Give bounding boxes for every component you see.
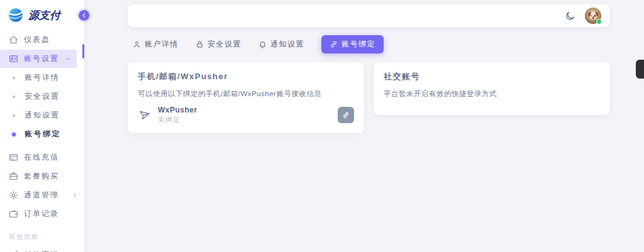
dashboard-icon bbox=[9, 35, 18, 45]
bullet-dot-icon bbox=[9, 114, 18, 117]
sidebar-item-label: 通道管理 bbox=[24, 190, 59, 200]
bullet-dot-icon bbox=[9, 133, 18, 136]
sidebar-item-channel-management[interactable]: 通道管理 bbox=[0, 186, 84, 204]
sidebar-item-label: 套餐购买 bbox=[24, 171, 59, 182]
sidebar-item-api-keys[interactable]: 对接密钥 bbox=[0, 246, 84, 252]
binding-card-description: 可以使用以下绑定的手机/邮箱/WxPusher账号接收信息 bbox=[138, 89, 354, 99]
sidebar-section-label: 其他功能 bbox=[0, 224, 84, 245]
binding-card-title: 手机/邮箱/WxPusher bbox=[138, 71, 354, 82]
credit-card-icon bbox=[9, 153, 18, 162]
social-card-description: 平台暂未开启有效的快捷登录方式 bbox=[384, 89, 600, 99]
brand-name: 源支付 bbox=[28, 8, 60, 23]
settings-tabs: 账户详情 安全设置 通知设置 账号绑定 bbox=[128, 35, 610, 53]
user-avatar[interactable]: 🐶 bbox=[585, 8, 601, 24]
bullet-dot-icon bbox=[9, 77, 18, 79]
sidebar-subitem-label: 安全设置 bbox=[25, 91, 60, 102]
sidebar-item-order-records[interactable]: 订单记录 bbox=[0, 205, 84, 223]
sidebar-subitem-notification-settings[interactable]: 通知设置 bbox=[0, 106, 84, 124]
sidebar-nav: 仪表盘 账号设置 账号详情 安全设置 通知设置 账号绑定 bbox=[0, 29, 84, 252]
lock-icon bbox=[196, 40, 204, 48]
main-content: 🐶 账户详情 安全设置 通知设置 账号绑定 bbox=[84, 0, 644, 252]
bell-icon bbox=[258, 40, 267, 48]
moon-icon bbox=[565, 11, 575, 21]
sidebar: 源支付 仪表盘 账号设置 账号详情 安全设置 通知设 bbox=[0, 0, 84, 252]
active-menu-indicator bbox=[82, 44, 84, 58]
bullet-dot-icon bbox=[9, 96, 18, 98]
sidebar-subitem-account-binding[interactable]: 账号绑定 bbox=[0, 125, 84, 143]
sidebar-item-account-settings[interactable]: 账号设置 bbox=[0, 50, 77, 68]
sidebar-subitem-label: 账号绑定 bbox=[25, 129, 61, 140]
tab-label: 通知设置 bbox=[270, 39, 304, 50]
online-status-dot bbox=[596, 19, 602, 25]
sidebar-subitem-security-settings[interactable]: 安全设置 bbox=[0, 87, 84, 106]
tab-label: 安全设置 bbox=[208, 39, 242, 50]
sidebar-collapse-button[interactable] bbox=[79, 10, 89, 21]
sidebar-subitem-label: 通知设置 bbox=[25, 110, 60, 121]
sidebar-subitem-label: 账号详情 bbox=[25, 72, 60, 83]
chevron-right-icon bbox=[72, 192, 78, 199]
tab-security-settings[interactable]: 安全设置 bbox=[196, 39, 242, 50]
wallet-icon bbox=[9, 209, 18, 219]
top-header-bar: 🐶 bbox=[128, 4, 610, 27]
user-icon bbox=[133, 40, 141, 48]
cards-row: 手机/邮箱/WxPusher 可以使用以下绑定的手机/邮箱/WxPusher账号… bbox=[128, 62, 610, 133]
provider-status: 未绑定 bbox=[158, 116, 197, 124]
dark-mode-toggle[interactable] bbox=[565, 11, 575, 21]
sidebar-item-label: 账号设置 bbox=[24, 53, 59, 64]
tab-label: 账户详情 bbox=[145, 39, 179, 50]
id-card-icon bbox=[9, 54, 18, 63]
sidebar-item-online-recharge[interactable]: 在线充值 bbox=[0, 148, 84, 167]
sidebar-item-label: 对接密钥 bbox=[24, 249, 59, 252]
social-card-title: 社交账号 bbox=[384, 71, 600, 82]
provider-texts: WxPusher 未绑定 bbox=[158, 106, 197, 124]
briefcase-icon bbox=[9, 172, 18, 181]
gear-icon bbox=[9, 190, 18, 200]
settings-drawer-handle[interactable] bbox=[636, 60, 644, 79]
chevron-left-icon bbox=[81, 13, 87, 18]
wxpusher-provider-row: WxPusher 未绑定 bbox=[138, 106, 354, 124]
bind-wxpusher-button[interactable] bbox=[338, 107, 354, 123]
tab-account-details[interactable]: 账户详情 bbox=[133, 39, 179, 50]
sidebar-subitem-account-details[interactable]: 账号详情 bbox=[0, 68, 84, 87]
provider-name: WxPusher bbox=[158, 106, 197, 114]
wxpusher-logo-icon bbox=[138, 108, 152, 122]
sidebar-item-label: 订单记录 bbox=[24, 209, 59, 219]
sidebar-item-label: 在线充值 bbox=[24, 152, 59, 163]
sidebar-item-package-purchase[interactable]: 套餐购买 bbox=[0, 167, 84, 185]
tab-notification-settings[interactable]: 通知设置 bbox=[258, 39, 304, 50]
brand-logo: 源支付 bbox=[0, 0, 84, 29]
chevron-down-icon bbox=[65, 56, 71, 62]
globe-logo-icon bbox=[8, 7, 24, 23]
social-accounts-card: 社交账号 平台暂未开启有效的快捷登录方式 bbox=[374, 62, 610, 115]
link-icon bbox=[342, 111, 350, 119]
sidebar-item-label: 仪表盘 bbox=[24, 35, 50, 45]
sidebar-item-dashboard[interactable]: 仪表盘 bbox=[0, 31, 84, 49]
binding-card: 手机/邮箱/WxPusher 可以使用以下绑定的手机/邮箱/WxPusher账号… bbox=[128, 62, 364, 133]
tab-label: 账号绑定 bbox=[341, 39, 375, 50]
link-icon bbox=[330, 40, 338, 48]
tab-account-binding[interactable]: 账号绑定 bbox=[321, 35, 384, 53]
